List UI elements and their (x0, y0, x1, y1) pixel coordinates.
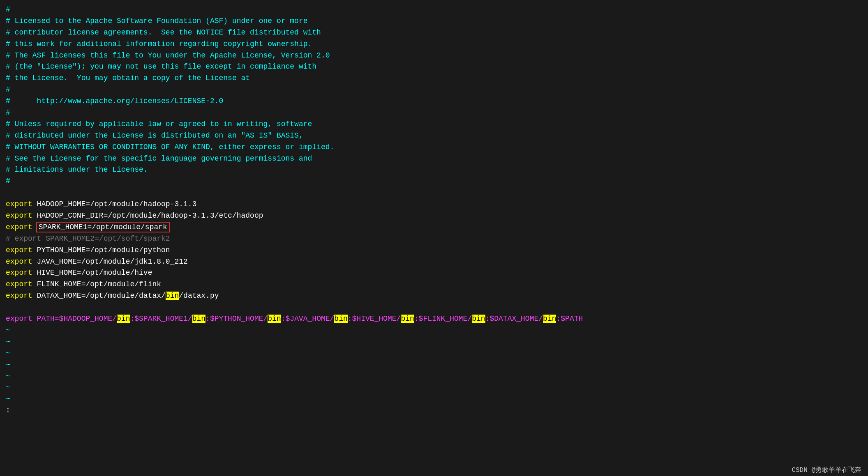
code-line: # The ASF licenses this file to You unde… (6, 50, 862, 62)
code-line: # See the License for the specific langu… (6, 153, 862, 165)
code-line: # (6, 107, 862, 119)
code-line: export DATAX_HOME=/opt/module/datax/bin/… (6, 290, 862, 302)
code-line: # limitations under the License. (6, 164, 862, 176)
code-line: export FLINK_HOME=/opt/module/flink (6, 279, 862, 290)
bottom-bar: CSDN @勇敢羊羊在飞奔 (785, 464, 868, 476)
code-line: # this work for additional information r… (6, 39, 862, 50)
code-line (6, 302, 862, 313)
code-line: # Unless required by applicable law or a… (6, 119, 862, 130)
code-line: export HADOOP_HOME=/opt/module/hadoop-3.… (6, 199, 862, 210)
code-line: # the License. You may obtain a copy of … (6, 73, 862, 84)
code-line: # (the "License"); you may not use this … (6, 61, 862, 73)
code-line: export PYTHON_HOME=/opt/module/python (6, 245, 862, 256)
code-line: # WITHOUT WARRANTIES OR CONDITIONS OF AN… (6, 142, 862, 153)
terminal-window: ## Licensed to the Apache Software Found… (0, 0, 868, 476)
code-line (6, 187, 862, 199)
code-line: export HIVE_HOME=/opt/module/hive (6, 267, 862, 279)
code-line: # http://www.apache.org/licenses/LICENSE… (6, 96, 862, 107)
code-line: export SPARK_HOME1=/opt/module/spark (6, 222, 862, 233)
code-line: # (6, 84, 862, 96)
code-line: # (6, 176, 862, 187)
code-line: ~ (6, 359, 862, 371)
code-line: ~ (6, 382, 862, 393)
code-line: ~ (6, 348, 862, 359)
code-line: # distributed under the License is distr… (6, 130, 862, 142)
code-line: ~ (6, 325, 862, 336)
code-content: ## Licensed to the Apache Software Found… (6, 4, 862, 416)
code-line: : (6, 405, 862, 416)
code-line: export HADOOP_CONF_DIR=/opt/module/hadoo… (6, 210, 862, 222)
code-line: ~ (6, 336, 862, 348)
code-line: # (6, 4, 862, 16)
code-line: export PATH=$HADOOP_HOME/bin:$SPARK_HOME… (6, 313, 862, 325)
code-line: ~ (6, 371, 862, 382)
code-line: export JAVA_HOME=/opt/module/jdk1.8.0_21… (6, 256, 862, 268)
code-line: # export SPARK_HOME2=/opt/soft/spark2 (6, 233, 862, 245)
code-line: # Licensed to the Apache Software Founda… (6, 16, 862, 27)
code-line: ~ (6, 393, 862, 405)
code-line: # contributor license agreements. See th… (6, 27, 862, 39)
